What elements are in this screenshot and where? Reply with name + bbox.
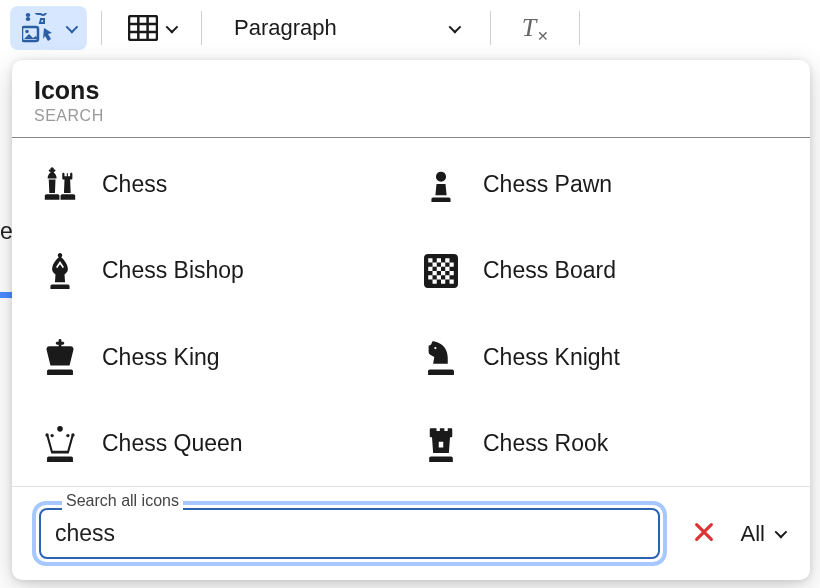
popup-title: Icons — [34, 76, 788, 105]
chess-icon — [40, 164, 80, 204]
paragraph-style-select[interactable]: Paragraph — [216, 6, 476, 50]
icon-picker-popup: Icons SEARCH Chess Chess Pawn Chess Bish… — [12, 60, 810, 580]
icon-option-label: Chess Bishop — [102, 257, 244, 284]
icon-option-label: Chess Pawn — [483, 171, 612, 198]
svg-point-1 — [25, 30, 29, 34]
insert-special-button[interactable] — [10, 6, 87, 50]
toolbar-divider — [201, 11, 202, 45]
chevron-down-icon — [66, 20, 79, 33]
chevron-down-icon — [775, 526, 788, 539]
chevron-down-icon — [449, 20, 462, 33]
toolbar-divider — [579, 11, 580, 45]
icon-filter-select[interactable]: All — [741, 521, 790, 547]
filter-label: All — [741, 521, 765, 547]
popup-header: Icons SEARCH — [12, 60, 810, 138]
obscured-content: e — [0, 218, 13, 245]
close-icon — [693, 521, 715, 543]
icon-search-input[interactable] — [39, 508, 660, 559]
search-field-wrap: Search all icons — [32, 501, 667, 566]
icon-option-label: Chess Knight — [483, 344, 620, 371]
icon-option-chess-rook[interactable]: Chess Rook — [421, 420, 782, 469]
chess-king-icon — [40, 337, 80, 377]
media-icons-icon — [22, 13, 58, 43]
icon-option-label: Chess Board — [483, 257, 616, 284]
chess-pawn-icon — [421, 164, 461, 204]
icon-option-chess-board[interactable]: Chess Board — [421, 247, 782, 296]
icon-option-chess-queen[interactable]: Chess Queen — [40, 420, 401, 469]
editor-toolbar: Paragraph T✕ — [0, 0, 820, 56]
icon-option-chess[interactable]: Chess — [40, 160, 401, 209]
icon-option-chess-king[interactable]: Chess King — [40, 333, 401, 382]
paragraph-style-label: Paragraph — [234, 15, 337, 41]
icon-results-grid: Chess Chess Pawn Chess Bishop Chess Boar… — [12, 138, 810, 486]
svg-rect-2 — [129, 16, 157, 40]
clear-formatting-icon: T — [522, 13, 536, 43]
table-icon — [128, 15, 158, 41]
chess-bishop-icon — [40, 251, 80, 291]
chess-queen-icon — [40, 424, 80, 464]
icon-option-label: Chess Rook — [483, 430, 608, 457]
clear-search-button[interactable] — [689, 518, 719, 550]
icon-option-label: Chess King — [102, 344, 220, 371]
icon-option-chess-pawn[interactable]: Chess Pawn — [421, 160, 782, 209]
chess-board-icon — [421, 251, 461, 291]
icon-option-chess-knight[interactable]: Chess Knight — [421, 333, 782, 382]
popup-subtitle: SEARCH — [34, 107, 788, 125]
icon-option-label: Chess Queen — [102, 430, 243, 457]
popup-footer: Search all icons All — [12, 486, 810, 580]
chess-knight-icon — [421, 337, 461, 377]
subscript-x-icon: ✕ — [537, 28, 549, 45]
icon-option-chess-bishop[interactable]: Chess Bishop — [40, 247, 401, 296]
search-label: Search all icons — [62, 492, 183, 510]
toolbar-divider — [101, 11, 102, 45]
chevron-down-icon — [166, 20, 179, 33]
chess-rook-icon — [421, 424, 461, 464]
toolbar-divider — [490, 11, 491, 45]
search-focus-ring — [32, 501, 667, 566]
icon-option-label: Chess — [102, 171, 167, 198]
insert-table-button[interactable] — [116, 6, 187, 50]
clear-formatting-button[interactable]: T✕ — [505, 6, 565, 50]
